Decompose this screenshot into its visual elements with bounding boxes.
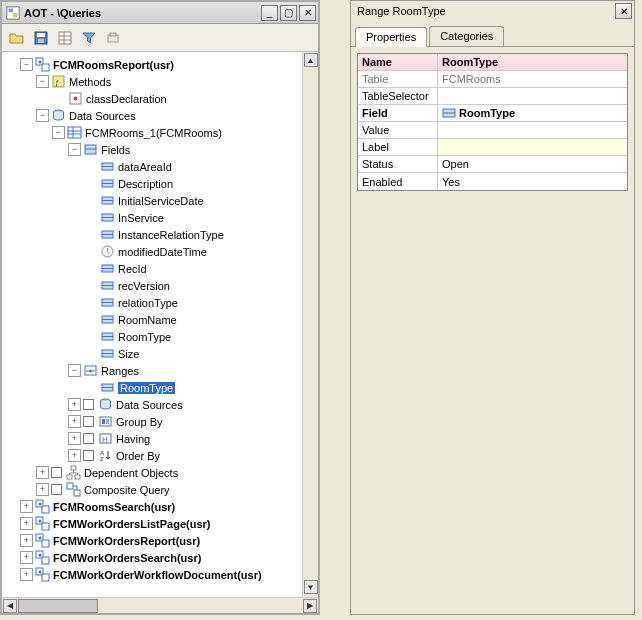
tree-methods[interactable]: Methods bbox=[69, 76, 111, 88]
field-icon bbox=[100, 227, 115, 242]
tree-root-label[interactable]: FCMRoomsReport(usr) bbox=[53, 59, 174, 71]
expander-icon[interactable]: − bbox=[36, 109, 49, 122]
expander-icon[interactable]: − bbox=[68, 364, 81, 377]
tree-range-item[interactable]: RoomType bbox=[118, 382, 175, 394]
tree-peer-item[interactable]: FCMRoomsSearch(usr) bbox=[53, 501, 175, 513]
expander-icon[interactable]: + bbox=[68, 415, 81, 428]
checkbox[interactable] bbox=[51, 484, 62, 495]
expander-icon[interactable]: + bbox=[68, 398, 81, 411]
tree-having[interactable]: Having bbox=[116, 433, 150, 445]
horizontal-scrollbar[interactable]: ◀ ▶ bbox=[2, 597, 318, 613]
field-icon bbox=[100, 244, 115, 259]
class-declaration-icon bbox=[68, 91, 83, 106]
vertical-scrollbar[interactable]: ▲ ▼ bbox=[302, 52, 318, 597]
tree-field-item[interactable]: RecId bbox=[118, 263, 147, 275]
aot-title-text: AOT - \Queries bbox=[24, 7, 101, 19]
toolbar-open-icon[interactable] bbox=[6, 27, 28, 49]
prop-row-enabled[interactable]: Enabled Yes bbox=[358, 173, 627, 190]
aot-titlebar: AOT - \Queries _ ▢ ✕ bbox=[2, 2, 318, 24]
tree-dependent[interactable]: Dependent Objects bbox=[84, 467, 178, 479]
expander-icon[interactable]: + bbox=[20, 551, 33, 564]
tree-field-item[interactable]: RoomName bbox=[118, 314, 177, 326]
properties-close-button[interactable]: ✕ bbox=[615, 3, 632, 19]
prop-row-value[interactable]: Value bbox=[358, 122, 627, 139]
tree-groupby[interactable]: Group By bbox=[116, 416, 162, 428]
tree-field-item[interactable]: modifiedDateTime bbox=[118, 246, 207, 258]
tree-field-item[interactable]: dataAreaId bbox=[118, 161, 172, 173]
scroll-right-icon[interactable]: ▶ bbox=[303, 599, 317, 613]
checkbox[interactable] bbox=[83, 399, 94, 410]
tree-field-item[interactable]: recVersion bbox=[118, 280, 170, 292]
toolbar-properties-icon[interactable] bbox=[54, 27, 76, 49]
scroll-left-icon[interactable]: ◀ bbox=[3, 599, 17, 613]
tab-categories[interactable]: Categories bbox=[429, 26, 504, 46]
aot-tree[interactable]: − FCMRoomsReport(usr) − ƒ Methods classD… bbox=[2, 52, 318, 597]
expander-icon[interactable]: + bbox=[68, 432, 81, 445]
tree-field-item[interactable]: InstanceRelationType bbox=[118, 229, 224, 241]
checkbox[interactable] bbox=[83, 450, 94, 461]
expander-icon[interactable]: + bbox=[36, 466, 49, 479]
tree-field-item[interactable]: Description bbox=[118, 178, 173, 190]
scroll-up-icon[interactable]: ▲ bbox=[304, 53, 318, 67]
expander-icon[interactable]: + bbox=[68, 449, 81, 462]
prop-header-row: Name RoomType bbox=[358, 54, 627, 71]
expander-icon[interactable]: + bbox=[20, 568, 33, 581]
tree-field-item[interactable]: InService bbox=[118, 212, 164, 224]
expander-icon[interactable]: + bbox=[36, 483, 49, 496]
svg-point-14 bbox=[39, 61, 42, 64]
tree-nested-datasources[interactable]: Data Sources bbox=[116, 399, 183, 411]
tree-field-item[interactable]: RoomType bbox=[118, 331, 171, 343]
prop-row-label[interactable]: Label bbox=[358, 139, 627, 156]
field-icon bbox=[100, 295, 115, 310]
checkbox[interactable] bbox=[83, 416, 94, 427]
tree-orderby[interactable]: Order By bbox=[116, 450, 160, 462]
prop-row-tableselector[interactable]: TableSelector bbox=[358, 88, 627, 105]
prop-row-field[interactable]: Field RoomType bbox=[358, 105, 627, 122]
svg-point-80 bbox=[39, 571, 42, 574]
tree-classdeclaration[interactable]: classDeclaration bbox=[86, 93, 167, 105]
expander-icon[interactable]: + bbox=[20, 534, 33, 547]
expander-icon[interactable]: − bbox=[68, 143, 81, 156]
prop-header-value: RoomType bbox=[438, 54, 627, 70]
close-button[interactable]: ✕ bbox=[299, 5, 316, 21]
tree-ranges[interactable]: Ranges bbox=[101, 365, 139, 377]
svg-rect-54 bbox=[100, 417, 111, 426]
expander-icon[interactable]: + bbox=[20, 500, 33, 513]
fields-icon bbox=[83, 142, 98, 157]
toolbar-misc-icon[interactable] bbox=[102, 27, 124, 49]
maximize-button[interactable]: ▢ bbox=[280, 5, 297, 21]
tree-peer-item[interactable]: FCMWorkOrdersSearch(usr) bbox=[53, 552, 201, 564]
tree-datasources[interactable]: Data Sources bbox=[69, 110, 136, 122]
field-icon bbox=[100, 159, 115, 174]
scroll-down-icon[interactable]: ▼ bbox=[304, 580, 318, 594]
tree-composite[interactable]: Composite Query bbox=[84, 484, 170, 496]
properties-grid: Name RoomType Table FCMRooms TableSelect… bbox=[357, 53, 628, 191]
minimize-button[interactable]: _ bbox=[261, 5, 278, 21]
tree-ds1[interactable]: FCMRooms_1(FCMRooms) bbox=[85, 127, 222, 139]
tree-peer-item[interactable]: FCMWorkOrderWorkflowDocument(usr) bbox=[53, 569, 262, 581]
prop-row-status[interactable]: Status Open bbox=[358, 156, 627, 173]
range-icon bbox=[100, 380, 115, 395]
svg-rect-64 bbox=[67, 483, 73, 489]
checkbox[interactable] bbox=[83, 433, 94, 444]
expander-icon[interactable]: − bbox=[52, 126, 65, 139]
tree-field-item[interactable]: relationType bbox=[118, 297, 178, 309]
tab-properties[interactable]: Properties bbox=[355, 27, 427, 47]
prop-value: FCMRooms bbox=[438, 71, 627, 87]
expander-icon[interactable]: + bbox=[20, 517, 33, 530]
expander-icon[interactable]: − bbox=[20, 58, 33, 71]
tree-peer-item[interactable]: FCMWorkOrdersListPage(usr) bbox=[53, 518, 211, 530]
field-icon bbox=[100, 278, 115, 293]
expander-icon[interactable]: − bbox=[36, 75, 49, 88]
tree-peer-item[interactable]: FCMWorkOrdersReport(usr) bbox=[53, 535, 200, 547]
toolbar-save-icon[interactable] bbox=[30, 27, 52, 49]
prop-row-table[interactable]: Table FCMRooms bbox=[358, 71, 627, 88]
field-icon bbox=[100, 176, 115, 191]
toolbar-filter-icon[interactable] bbox=[78, 27, 100, 49]
checkbox[interactable] bbox=[51, 467, 62, 478]
tree-fields[interactable]: Fields bbox=[101, 144, 130, 156]
field-icon bbox=[442, 106, 456, 120]
svg-rect-55 bbox=[102, 419, 105, 424]
tree-field-item[interactable]: InitialServiceDate bbox=[118, 195, 204, 207]
tree-field-item[interactable]: Size bbox=[118, 348, 139, 360]
